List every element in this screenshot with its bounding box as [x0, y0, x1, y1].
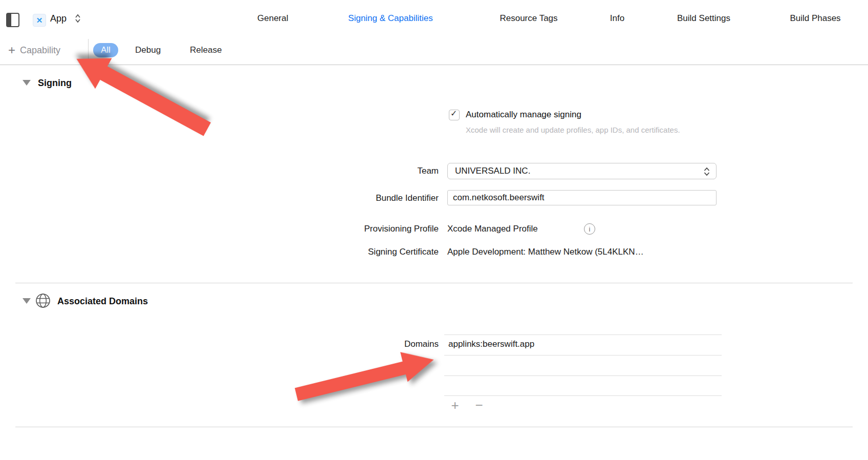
signing-certificate-value: Apple Development: Matthew Netkow (5L4KL…	[447, 246, 644, 258]
domains-table-line	[444, 334, 722, 335]
associated-domains-disclosure-triangle-icon[interactable]	[23, 298, 31, 304]
tab-signing-capabilities[interactable]: Signing & Capabilities	[348, 13, 432, 24]
provisioning-profile-label: Provisioning Profile	[364, 223, 439, 235]
tab-info[interactable]: Info	[610, 13, 624, 24]
signing-section-title: Signing	[38, 77, 72, 89]
section-divider	[15, 283, 853, 283]
signing-certificate-label: Signing Certificate	[368, 246, 439, 258]
capability-filter-bar: + Capability All Debug Release	[0, 36, 868, 65]
project-icon: ✕	[33, 14, 46, 27]
team-value: UNIVERSALD INC.	[455, 165, 530, 177]
chevron-up-down-icon[interactable]	[75, 13, 81, 24]
add-capability-button[interactable]: + Capability	[8, 43, 60, 57]
add-domain-button[interactable]: +	[448, 399, 462, 412]
bundle-identifier-value: com.netkosoft.beerswift	[453, 192, 545, 203]
bundle-identifier-field[interactable]: com.netkosoft.beerswift	[447, 190, 717, 205]
auto-manage-signing-description: Xcode will create and update profiles, a…	[466, 123, 706, 137]
tab-resource-tags[interactable]: Resource Tags	[500, 13, 557, 24]
remove-domain-button[interactable]: −	[472, 399, 486, 412]
auto-manage-signing-label[interactable]: Automatically manage signing	[466, 109, 581, 120]
arrow-shaft	[99, 66, 211, 136]
info-icon-glyph: i	[589, 225, 591, 233]
project-icon-glyph: ✕	[36, 16, 43, 25]
editor-toolbar: ✕ App General Signing & Capabilities Res…	[0, 0, 868, 36]
navigator-toggle-icon[interactable]	[6, 13, 19, 27]
xcode-signing-capabilities-pane: ✕ App General Signing & Capabilities Res…	[0, 0, 868, 460]
info-icon[interactable]: i	[584, 223, 595, 235]
filter-release[interactable]: Release	[190, 45, 222, 56]
tab-build-settings[interactable]: Build Settings	[677, 13, 730, 24]
bottom-divider	[15, 427, 853, 427]
team-label: Team	[417, 165, 439, 177]
associated-domains-section-title: Associated Domains	[57, 296, 148, 307]
annotation-arrow-domains	[292, 345, 438, 410]
domains-table-line	[444, 355, 722, 356]
popup-stepper-icon	[703, 166, 710, 177]
filter-debug[interactable]: Debug	[135, 45, 161, 56]
tab-general[interactable]: General	[257, 13, 288, 24]
globe-icon	[35, 293, 51, 308]
domains-table-line	[444, 375, 722, 376]
arrow-shaft	[295, 361, 407, 401]
team-popup[interactable]: UNIVERSALD INC.	[447, 163, 717, 179]
domains-row-1[interactable]: applinks:beerswift.app	[448, 339, 534, 350]
arrow-head	[400, 345, 438, 382]
plus-icon: +	[8, 44, 15, 56]
auto-manage-signing-checkbox[interactable]: ✓	[449, 110, 460, 120]
add-capability-label: Capability	[20, 45, 60, 56]
provisioning-profile-value: Xcode Managed Profile	[447, 223, 538, 235]
signing-disclosure-triangle-icon[interactable]	[23, 80, 31, 86]
bundle-identifier-label: Bundle Identifier	[376, 193, 439, 204]
capability-bar-divider	[0, 65, 868, 65]
domains-table-line	[444, 395, 722, 396]
navigator-toggle-fill	[7, 14, 11, 26]
checkmark-icon: ✓	[450, 109, 457, 118]
project-jump-bar[interactable]: App	[50, 13, 67, 24]
tab-build-phases[interactable]: Build Phases	[790, 13, 840, 24]
